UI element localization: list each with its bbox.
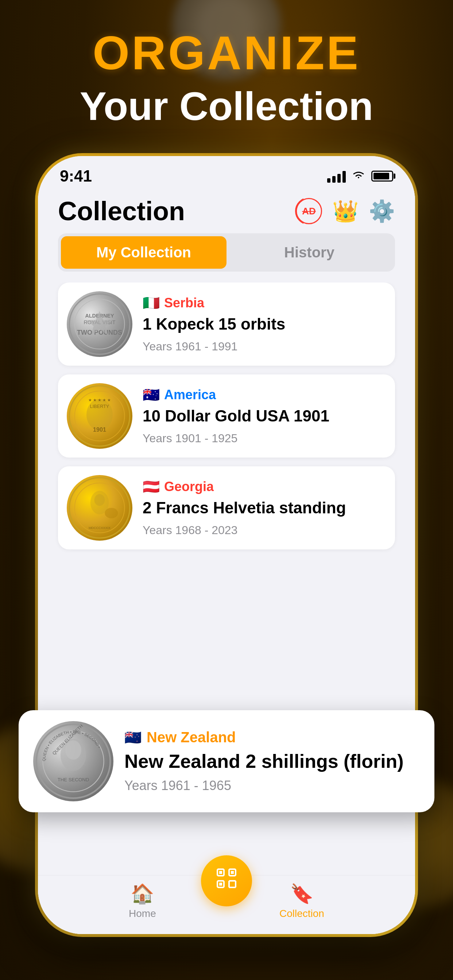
status-time: 9:41 [60,167,92,185]
coin-name-america: 10 Dollar Gold USA 1901 [143,407,386,426]
coin-info-serbia: 🇮🇹 Serbia 1 Kopeck 15 orbits Years 1961 … [143,295,386,353]
svg-rect-21 [219,871,222,874]
coin-info-america: 🇦🇺 America 10 Dollar Gold USA 1901 Years… [143,387,386,445]
coin-image-nz: QUEEN ELIZABETH THE SECOND QUEEN • ELIZA… [33,721,113,801]
bottom-nav: 🏠 Home [38,875,415,934]
svg-text:THE SECOND: THE SECOND [57,777,89,783]
crown-icon[interactable]: 👑 [332,199,359,223]
page-title: Collection [58,196,185,226]
header-actions: AD 👑 ⚙️ [296,198,395,224]
hero-organize-text: ORGANIZE [0,29,453,76]
floating-card-nz[interactable]: QUEEN ELIZABETH THE SECOND QUEEN • ELIZA… [19,710,434,812]
svg-point-15 [94,494,105,506]
hero-section: ORGANIZE Your Collection [0,29,453,128]
coin-years-georgia: Years 1968 - 2023 [143,523,386,537]
phone-screen: 9:41 [38,156,415,934]
status-icons [327,169,393,184]
coin-country-georgia: 🇦🇹 Georgia [143,479,386,495]
svg-point-16 [105,508,118,519]
coin-years-america: Years 1901 - 1925 [143,432,386,445]
status-bar: 9:41 [38,156,415,189]
coin-years-serbia: Years 1961 - 1991 [143,340,386,353]
tabs-container: My Collection History [58,233,395,272]
flag-america: 🇦🇺 [143,387,160,403]
scan-icon [214,865,239,896]
flag-nz: 🇳🇿 [124,730,142,746]
phone-mockup: 9:41 [35,153,418,937]
floating-country-nz: 🇳🇿 New Zealand [124,729,420,746]
collection-icon: 🔖 [290,883,314,905]
coin-card-america[interactable]: LIBERTY 1901 ★ ★ ★ ★ ★ 🇦🇺 America 10 Dol… [58,374,395,458]
coin-card-georgia[interactable]: MDCCCXXXIX 🇦🇹 Georgia 2 Francs Helvetia … [58,466,395,549]
flag-georgia: 🇦🇹 [143,479,160,495]
ad-badge[interactable]: AD [296,198,322,224]
floating-name-nz: New Zealand 2 shillings (florin) [124,750,420,773]
app-header: Collection AD 👑 ⚙️ [38,189,415,233]
svg-rect-23 [231,871,234,874]
tab-history[interactable]: History [226,236,392,269]
nav-collection-label: Collection [279,908,324,920]
flag-serbia: 🇮🇹 [143,295,160,311]
tab-my-collection[interactable]: My Collection [61,236,226,269]
svg-text:1901: 1901 [93,426,106,433]
nav-home-label: Home [129,908,156,920]
gear-icon[interactable]: ⚙️ [369,199,395,223]
ad-badge-label: AD [302,205,316,217]
svg-text:★ ★ ★ ★ ★: ★ ★ ★ ★ ★ [88,398,111,402]
svg-text:MDCCCXXXIX: MDCCCXXXIX [89,526,110,530]
coin-image-america: LIBERTY 1901 ★ ★ ★ ★ ★ [67,383,132,449]
svg-text:LIBERTY: LIBERTY [90,404,109,409]
svg-rect-22 [219,883,222,886]
floating-coin-info-nz: 🇳🇿 New Zealand New Zealand 2 shillings (… [124,729,420,793]
app-content: Collection AD 👑 ⚙️ My Collection History [38,189,415,934]
coin-name-georgia: 2 Francs Helvetia standing [143,498,386,518]
coin-card-serbia[interactable]: ALDERNEY ROYAL VISIT TWO POUNDS 🇮🇹 Serbi… [58,283,395,366]
coin-country-america: 🇦🇺 America [143,387,386,403]
coin-info-georgia: 🇦🇹 Georgia 2 Francs Helvetia standing Ye… [143,479,386,537]
coin-image-georgia: MDCCCXXXIX [67,475,132,541]
scan-fab-button[interactable] [201,855,252,906]
svg-text:TWO POUNDS: TWO POUNDS [77,329,122,336]
coin-country-serbia: 🇮🇹 Serbia [143,295,386,311]
signal-icon [327,170,346,183]
wifi-icon [352,169,365,184]
nav-home[interactable]: 🏠 Home [129,883,156,920]
coin-name-serbia: 1 Kopeck 15 orbits [143,315,386,334]
home-icon: 🏠 [131,883,154,905]
svg-point-8 [86,399,113,430]
battery-icon [371,170,393,181]
nav-collection[interactable]: 🔖 Collection [279,883,324,920]
coin-image-serbia: ALDERNEY ROYAL VISIT TWO POUNDS [67,291,132,357]
floating-years-nz: Years 1961 - 1965 [124,778,420,793]
hero-subtitle-text: Your Collection [0,84,453,128]
